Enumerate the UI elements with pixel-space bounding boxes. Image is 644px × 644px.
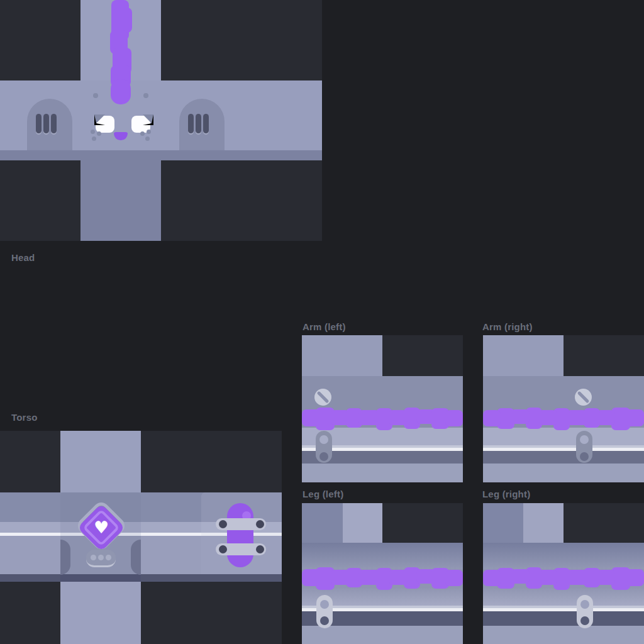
- zipper-pull-icon: [576, 431, 592, 463]
- purple-fur-band: [483, 408, 644, 430]
- cuff-bottom-band: [483, 626, 644, 644]
- freckle: [92, 136, 96, 141]
- leg-left-texture-tile[interactable]: [302, 503, 463, 644]
- freckle: [147, 130, 151, 134]
- ear-left: [27, 99, 72, 150]
- cuff-bottom-band: [302, 464, 463, 482]
- zipper-pull-icon: [316, 431, 332, 463]
- freckle: [140, 131, 145, 136]
- sleeve-top-panel: [483, 335, 564, 376]
- vent-dot-icon: [91, 555, 96, 560]
- screw-icon: [575, 389, 592, 406]
- head-bottom-panel: [80, 150, 161, 241]
- uv-empty-block: [382, 503, 463, 543]
- ear-gill-icon: [188, 114, 194, 133]
- arm-right-label: Arm (right): [482, 321, 533, 332]
- freckle: [97, 131, 101, 136]
- uv-empty-block: [382, 335, 463, 376]
- torso-top-panel: [60, 431, 141, 492]
- bolt-icon: [256, 545, 264, 553]
- ear-right: [179, 99, 225, 150]
- shoulder-shadow: [131, 540, 141, 575]
- ear-gill-icon: [43, 114, 49, 133]
- shoulder-shadow: [60, 540, 70, 575]
- leg-top-panel: [302, 503, 343, 543]
- bolt-icon: [256, 520, 264, 528]
- thigh-gradient: [302, 543, 463, 569]
- arm-left-texture-tile[interactable]: [302, 335, 463, 482]
- skin-editor-canvas: Head Torso ♥: [0, 0, 644, 644]
- sleeve-top-panel: [302, 335, 382, 376]
- vent-dot-icon: [106, 555, 111, 560]
- heart-emblem-badge: ♥: [77, 504, 125, 552]
- face-dot: [93, 93, 98, 98]
- cuff-dark-band: [483, 611, 644, 626]
- torso-bottom-panel: [60, 582, 141, 644]
- chest-vent-plate: [86, 550, 116, 567]
- leg-top-panel-light: [523, 503, 564, 543]
- leg-top-panel: [483, 503, 523, 543]
- bolt-icon: [219, 520, 227, 528]
- back-panel: [201, 492, 282, 582]
- band-hem: [60, 574, 141, 582]
- ear-gill-icon: [203, 114, 209, 133]
- head-band-shade: [0, 150, 322, 160]
- arm-right-texture-tile[interactable]: [483, 335, 644, 482]
- heart-icon: ♥: [84, 511, 118, 545]
- leg-right-label: Leg (right): [482, 489, 530, 499]
- bolt-icon: [219, 545, 227, 553]
- head-texture-tile[interactable]: [0, 0, 322, 241]
- chest-panel: ♥: [60, 492, 141, 582]
- purple-fur-band: [302, 408, 463, 430]
- freckle: [91, 130, 95, 134]
- eyelid-notch-left: [94, 114, 105, 125]
- ear-gill-icon: [51, 114, 57, 133]
- freckle: [145, 136, 150, 141]
- cuff-bottom-band: [302, 626, 463, 644]
- ear-gill-icon: [36, 114, 42, 133]
- band-hem: [201, 574, 282, 582]
- head-hair-stripe: [109, 0, 132, 106]
- eyelid-notch-right: [143, 114, 153, 125]
- thigh-gradient: [483, 543, 644, 569]
- uv-empty-block: [564, 335, 644, 376]
- arm-left-label: Arm (left): [303, 321, 346, 332]
- purple-fur-band: [483, 567, 644, 590]
- face-dot: [143, 93, 148, 98]
- cuff-bottom-band: [483, 464, 644, 482]
- leg-top-panel-light: [343, 503, 382, 543]
- cuff-dark-band: [483, 451, 644, 464]
- screw-icon: [314, 389, 331, 406]
- vent-dot-icon: [98, 555, 104, 560]
- uv-empty-block: [564, 503, 644, 543]
- ear-gill-icon: [196, 114, 201, 133]
- leg-right-texture-tile[interactable]: [483, 503, 644, 644]
- leg-left-label: Leg (left): [303, 489, 343, 499]
- zipper-pull-icon: [316, 595, 333, 628]
- torso-band: ♥: [0, 492, 282, 582]
- head-label: Head: [11, 252, 35, 263]
- torso-label: Torso: [11, 412, 38, 423]
- zipper-pull-icon: [577, 595, 593, 628]
- purple-fur-band: [302, 567, 463, 590]
- torso-texture-tile[interactable]: ♥: [0, 431, 282, 644]
